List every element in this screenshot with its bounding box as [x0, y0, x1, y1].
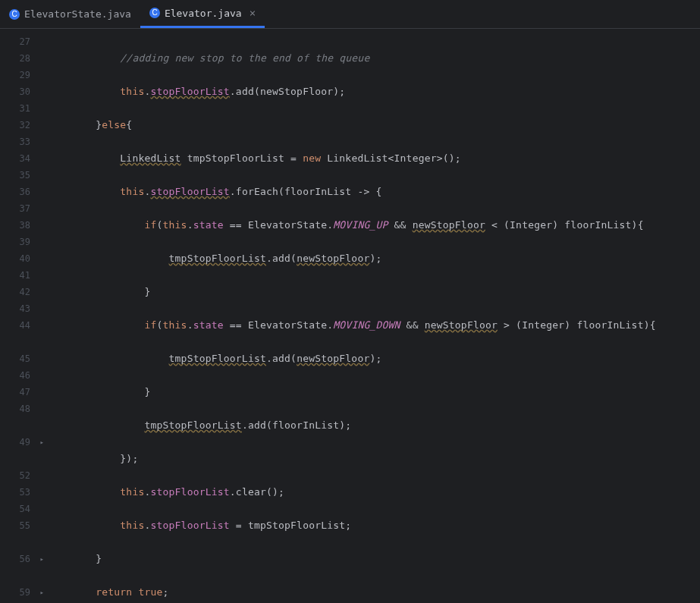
- code-text: == ElevatorState.: [224, 319, 333, 331]
- code-text: .add(floorInList);: [242, 419, 351, 431]
- line-num[interactable]: 54: [0, 501, 47, 517]
- tab-elevator[interactable]: C Elevator.java ×: [140, 0, 265, 28]
- kw-this: this: [120, 86, 144, 97]
- line-num: [0, 534, 47, 551]
- line-num[interactable]: 30: [0, 83, 47, 100]
- comment: //adding new stop to the end of the queu…: [120, 52, 369, 64]
- dot: .: [187, 219, 193, 231]
- line-num[interactable]: 59▸: [0, 584, 47, 601]
- kw-this: this: [163, 219, 187, 231]
- close-icon[interactable]: ×: [250, 7, 256, 19]
- field-ref: stopFloorList: [150, 520, 229, 531]
- line-num[interactable]: 31: [0, 100, 47, 117]
- line-num[interactable]: 49▸: [0, 434, 47, 451]
- line-num[interactable]: 29: [0, 67, 47, 83]
- paren: (: [157, 319, 163, 331]
- line-num[interactable]: 39: [0, 234, 47, 250]
- line-num[interactable]: 47: [0, 384, 47, 400]
- kw-if: if: [144, 219, 156, 231]
- code-text: < (Integer) floorInList){: [485, 219, 644, 231]
- kw-new: new: [303, 152, 321, 164]
- tab-label: ElevatorState.java: [24, 8, 131, 20]
- line-num[interactable]: 34: [0, 150, 47, 167]
- line-num[interactable]: 45: [0, 350, 47, 367]
- line-num[interactable]: 42: [0, 284, 47, 300]
- var-ref: tmpStopFloorList: [144, 419, 241, 431]
- op: &&: [388, 219, 413, 231]
- enum-const: MOVING_UP: [333, 219, 388, 231]
- line-num: [0, 334, 47, 350]
- code-text: });: [120, 453, 138, 464]
- line-num[interactable]: 55: [0, 517, 47, 534]
- kw-this: this: [120, 520, 144, 531]
- svg-text:C: C: [11, 10, 17, 18]
- line-num[interactable]: 43: [0, 300, 47, 317]
- tab-elevator-state[interactable]: C ElevatorState.java: [0, 0, 140, 28]
- field-ref: state: [193, 219, 224, 231]
- brace: }: [144, 386, 150, 397]
- line-num[interactable]: 46: [0, 367, 47, 384]
- kw-if: if: [144, 319, 156, 331]
- code-text: .clear();: [230, 486, 284, 498]
- line-num[interactable]: 38: [0, 217, 47, 234]
- fold-icon[interactable]: ▸: [40, 551, 44, 567]
- brace: }: [144, 286, 150, 297]
- enum-const: MOVING_DOWN: [333, 319, 400, 331]
- code-text: LinkedList<Integer>();: [321, 152, 461, 164]
- field-ref: stopFloorList: [150, 86, 229, 97]
- code-text: tmpStopFloorList =: [181, 152, 303, 164]
- dot: .: [187, 319, 193, 331]
- line-num[interactable]: 48: [0, 400, 47, 417]
- editor-tabs: C ElevatorState.java C Elevator.java ×: [0, 0, 700, 29]
- op: &&: [400, 319, 425, 331]
- line-num[interactable]: 37: [0, 200, 47, 217]
- kw-this: this: [163, 319, 187, 331]
- line-num[interactable]: 28: [0, 50, 47, 67]
- code-text: .forEach(floorInList -> {: [230, 186, 382, 197]
- line-num[interactable]: 56▸: [0, 551, 47, 567]
- code-text: );: [369, 253, 381, 264]
- editor-area: 27 28 29 30 31 32 33 34 35 36 37 38 39 4…: [0, 29, 700, 603]
- code-text: .add(: [266, 253, 297, 264]
- line-num[interactable]: 32: [0, 117, 47, 133]
- field-ref: state: [193, 319, 224, 331]
- var-ref: tmpStopFloorList: [169, 353, 266, 364]
- tab-label: Elevator.java: [165, 8, 242, 19]
- line-num: [0, 417, 47, 434]
- kw-this: this: [120, 186, 144, 197]
- line-num[interactable]: 35: [0, 167, 47, 184]
- param-ref: newStopFloor: [425, 319, 498, 331]
- code-content[interactable]: //adding new stop to the end of the queu…: [47, 29, 700, 603]
- kw-return: return: [96, 586, 138, 598]
- svg-text:C: C: [152, 8, 157, 17]
- code-text: = tmpStopFloorList;: [230, 520, 352, 531]
- line-number-gutter[interactable]: 27 28 29 30 31 32 33 34 35 36 37 38 39 4…: [0, 29, 47, 603]
- kw-else: else: [102, 119, 126, 130]
- line-num[interactable]: 36: [0, 184, 47, 200]
- paren: (: [157, 219, 163, 231]
- line-num[interactable]: 27: [0, 33, 47, 50]
- param-ref: newStopFloor: [413, 219, 485, 231]
- var-ref: tmpStopFloorList: [169, 253, 266, 264]
- fold-icon[interactable]: ▸: [40, 584, 44, 601]
- line-num: [0, 451, 47, 467]
- fold-icon[interactable]: ▸: [40, 434, 44, 451]
- semi: ;: [163, 586, 169, 598]
- line-num[interactable]: 44: [0, 317, 47, 334]
- line-num[interactable]: 41: [0, 267, 47, 284]
- class-icon: C: [9, 9, 20, 20]
- code-text: == ElevatorState.: [224, 219, 333, 231]
- line-num: [0, 567, 47, 584]
- line-num[interactable]: 40: [0, 250, 47, 267]
- code-text: .add(: [266, 353, 297, 364]
- type-ref: LinkedList: [120, 152, 180, 164]
- kw-this: this: [120, 486, 144, 498]
- code-text: );: [369, 353, 381, 364]
- param-ref: newStopFloor: [297, 253, 369, 264]
- param-ref: newStopFloor: [297, 353, 369, 364]
- line-num[interactable]: 52: [0, 467, 47, 484]
- field-ref: stopFloorList: [150, 486, 229, 498]
- line-num[interactable]: 33: [0, 133, 47, 150]
- code-text: > (Integer) floorInList){: [498, 319, 656, 331]
- line-num[interactable]: 53: [0, 484, 47, 501]
